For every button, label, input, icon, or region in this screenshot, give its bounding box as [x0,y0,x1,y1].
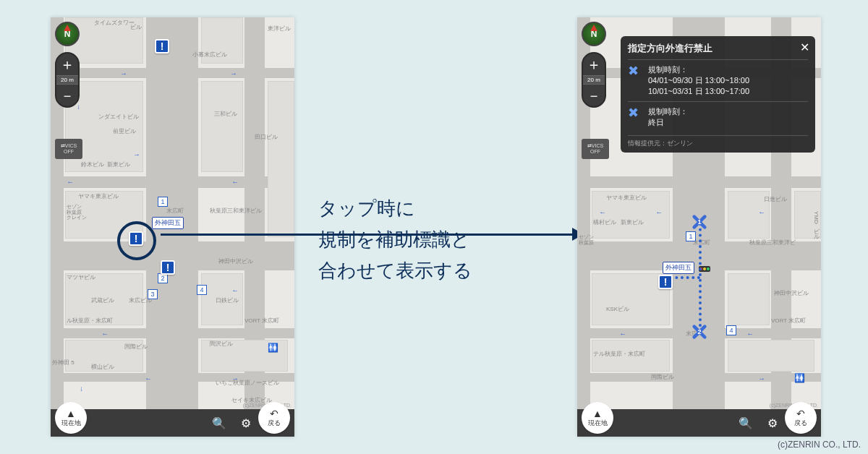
vics-toggle[interactable]: ⇄VICSOFF [55,139,82,159]
current-location-button[interactable]: ▲ 現在地 [55,402,87,434]
map-label: ル秋葉原・末広町 [67,317,113,325]
map-label: ビル [130,23,142,31]
map-label: 間沢ビル [210,340,233,348]
route-step-4[interactable]: 4 [197,285,207,295]
zoom-out-button[interactable]: － [56,85,78,106]
arrow-line [161,234,576,236]
route-step-1[interactable]: 1 [686,231,696,241]
popup-footer: 情報提供元：ゼンリン [628,135,808,148]
map-label: 新東ビル [621,218,644,226]
map-label: 神田中沢ビル [774,289,809,297]
map-canvas[interactable]: タイムズタワー ビル 東洋ビル 小暮末広ビル ンダエイトビル 前里ビル 三和ビル… [51,17,294,437]
map-label: ンダエイトビル [98,113,139,121]
map-label: タイムズタワー [94,19,135,27]
map-label: 鈴木ビル [81,160,104,168]
zoom-control: ＋ 20 m － [582,52,606,108]
vics-toggle[interactable]: ⇄VICSOFF [582,139,609,159]
map-label: 構村ビル [593,218,616,226]
search-icon[interactable]: 🔍 [739,416,753,430]
location-arrow-icon: ▲ [592,408,603,419]
map-label: 国際ビル [651,373,674,381]
map-label: 田口ビル [255,133,278,141]
zoom-scale-label: 20 m [56,75,78,85]
regulation-popup: 指定方向外進行禁止 ✕ ✖ 規制時刻： 04/01~09/30 日 13:00~… [621,36,815,153]
map-label: 神田中沢ビル [218,257,253,265]
zoom-scale-label: 20 m [583,75,605,85]
map-label: 秋葉原三和東洋ビル [210,207,262,215]
popup-row-label: 規制時刻： [648,106,688,117]
map-label: 末広町 [166,207,184,215]
location-arrow-icon: ▲ [66,408,76,419]
map-label: 小暮末広ビル [192,51,227,59]
settings-icon[interactable]: ⚙ [241,416,251,430]
popup-row-value: 終日 [648,117,688,128]
restriction-x-icon: ✖ [628,64,642,97]
map-label: 日進ビル [764,195,787,203]
regulation-icon[interactable] [658,275,673,289]
zoom-out-button[interactable]: － [583,85,605,106]
route-step-4[interactable]: 4 [726,325,736,335]
back-button[interactable]: ↶ 戻る [258,402,290,434]
restriction-marker-2[interactable]: 2 [692,324,707,340]
regulation-icon[interactable] [155,39,169,53]
map-label: 外神田 5 [52,359,75,367]
map-label: 国際ビル [124,343,148,351]
search-icon[interactable]: 🔍 [212,416,226,430]
map-label: セゾン秋葉原クレイン [67,204,87,220]
map-label: KSKビル [606,305,629,313]
popup-row-value: 04/01~09/30 日 13:00~18:00 [648,75,749,86]
explanation-caption: タップ時に 規制を補助標識と 合わせて表示する [318,194,564,287]
map-label: VORT 末広町 [771,317,806,325]
map-label: 前里ビル [113,127,136,135]
popup-row-label: 規制時刻： [648,64,749,75]
compass-button[interactable]: N [55,22,80,46]
tap-highlight-ring [117,221,156,260]
map-label: テル秋葉原・末広町 [593,350,645,358]
screenshot-before: タイムズタワー ビル 東洋ビル 小暮末広ビル ンダエイトビル 前里ビル 三和ビル… [51,17,294,437]
map-label: 秋葉原三和東洋ビ [749,239,796,247]
popup-row-value: 10/01~03/31 日 13:00~17:00 [648,86,749,97]
undo-icon: ↶ [796,408,805,419]
route-step-2[interactable]: 2 [158,273,168,283]
screenshot-after: ヤマキ東京ビル 日進ビル 構村ビル 新東ビル 秋葉原三和東洋ビ 末広町 神田中沢… [577,17,821,437]
compass-button[interactable]: N [582,22,606,46]
page-copyright: (c)ZENRIN CO., LTD. [778,440,861,450]
restriction-marker-1[interactable]: 1 [692,214,707,230]
map-label: 武蔵ビル [91,296,114,304]
current-location-button[interactable]: ▲ 現在地 [582,402,613,434]
bottom-toolbar: ▲ 現在地 🔍 ⚙ ↶ 戻る [577,409,821,437]
zoom-in-button[interactable]: ＋ [583,53,605,75]
settings-icon[interactable]: ⚙ [767,416,778,430]
undo-icon: ↶ [270,408,278,419]
zoom-in-button[interactable]: ＋ [56,53,78,75]
bottom-toolbar: ▲ 現在地 🔍 ⚙ ↶ 戻る [51,409,294,437]
map-label: YMDビル [812,211,820,237]
map-label: 日鉄ビル [216,296,239,304]
map-label: ヤマキ東京ビル [78,192,119,200]
map-label: セゾン秋葉原 [579,234,594,245]
map-label: 三和ビル [214,110,237,118]
intersection-label[interactable]: 外神田五 [152,217,184,229]
back-button[interactable]: ↶ 戻る [785,402,817,434]
regulation-icon[interactable] [161,260,175,275]
route-step-1[interactable]: 1 [158,197,168,207]
route-step-3[interactable]: 3 [148,289,158,299]
map-label: 新東ビル [107,160,130,168]
map-label: 東洋ビル [268,25,291,33]
zoom-control: ＋ 20 m － [55,52,80,108]
map-label: ヤマキ東京ビル [606,194,647,202]
restriction-x-icon: ✖ [628,106,642,128]
map-label: マツヤビル [67,273,95,281]
map-label: 横山ビル [91,363,114,371]
close-icon[interactable]: ✕ [800,40,809,54]
map-label: VORT 末広町 [244,317,279,325]
map-label: いちご秋葉原ノースビル [216,379,279,387]
popup-title: 指定方向外進行禁止 [628,42,808,55]
intersection-label[interactable]: 外神田五 [663,262,694,274]
